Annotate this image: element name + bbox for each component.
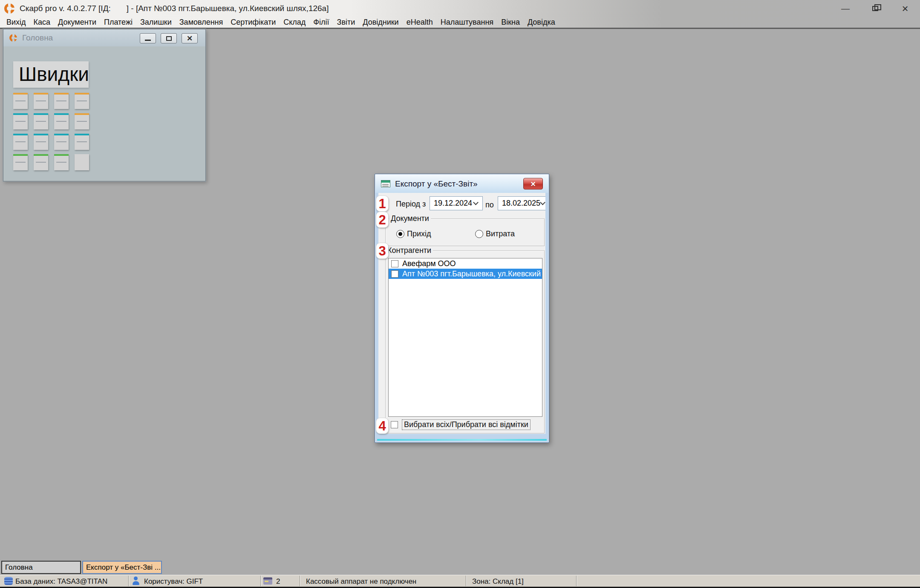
- menu-platezhi[interactable]: Платежі: [100, 18, 136, 27]
- taskbar-tab-holovna[interactable]: Головна: [1, 561, 81, 574]
- menu-zvity[interactable]: Звіти: [333, 18, 359, 27]
- menu-zamovlennia[interactable]: Замовлення: [176, 18, 227, 27]
- menu-vikna[interactable]: Вікна: [497, 18, 524, 27]
- radio-vytrata[interactable]: Витрата: [475, 229, 515, 238]
- quick-tile[interactable]: [75, 113, 89, 129]
- dialog-close-button[interactable]: ×: [523, 178, 543, 189]
- export-dialog: Експорт у «Бест-Звіт» × Період з 19.12.2…: [375, 174, 549, 443]
- status-database: База даних: TASA3@TITAN: [15, 577, 107, 586]
- status-cash-status: Кассовый аппарат не подключен: [306, 577, 416, 586]
- period-to-combobox[interactable]: 18.02.2025: [498, 196, 545, 210]
- radio-button-icon[interactable]: [396, 230, 404, 238]
- quick-tile[interactable]: [34, 93, 48, 109]
- chevron-down-icon: [540, 200, 545, 205]
- status-separator: [466, 576, 466, 586]
- annotation-number: 3: [378, 244, 386, 258]
- restore-icon: [872, 6, 878, 11]
- status-separator: [128, 576, 129, 586]
- quick-tile[interactable]: [13, 134, 28, 150]
- quick-tile[interactable]: [34, 134, 48, 150]
- quick-tile[interactable]: [34, 154, 48, 170]
- minimize-icon: [145, 40, 151, 41]
- dialog-title: Експорт у «Бест-Звіт»: [395, 179, 478, 189]
- menu-filii[interactable]: Філії: [309, 18, 333, 27]
- taskbar-tab-export[interactable]: Експорт у «Бест-Зві ...: [82, 561, 162, 574]
- restore-button[interactable]: [860, 0, 890, 17]
- period-from-combobox[interactable]: 19.12.2024: [430, 196, 483, 210]
- list-item[interactable]: Авефарм ООО: [389, 258, 542, 269]
- tab-label: Головна: [5, 563, 33, 572]
- window-controls: — ×: [831, 0, 920, 17]
- radio-vytrata-label: Витрата: [486, 229, 515, 238]
- select-all-checkbox-row[interactable]: Вибрати всіх/Прибрати всі відмітки: [391, 419, 531, 430]
- checkbox-icon[interactable]: [391, 260, 398, 267]
- minimize-button[interactable]: —: [831, 0, 860, 17]
- quick-tile[interactable]: [13, 154, 28, 170]
- quick-tile[interactable]: [75, 93, 89, 109]
- radio-button-icon[interactable]: [475, 230, 483, 238]
- chevron-down-icon: [473, 200, 479, 205]
- annotation-2: 2: [376, 212, 389, 228]
- period-between-label: по: [485, 201, 494, 209]
- documents-group: Документи Прихід Витрата: [385, 218, 545, 246]
- radio-prykhid[interactable]: Прихід: [396, 229, 431, 238]
- annotation-number: 4: [378, 419, 386, 433]
- menu-dokumenty[interactable]: Документи: [54, 18, 100, 27]
- status-zone: Зона: Склад [1]: [472, 577, 524, 586]
- screen: Скарб pro v. 4.0.2.77 [ІД: ] - [Апт №003…: [0, 0, 920, 588]
- list-item[interactable]: Апт №003 пгт.Барышевка, ул.Киевский ш: [389, 269, 542, 279]
- quick-tile[interactable]: [34, 113, 48, 129]
- annotation-number: 2: [378, 213, 386, 227]
- close-button[interactable]: ×: [890, 0, 920, 17]
- maximize-icon: [166, 36, 172, 41]
- mdi-titlebar: Головна ✕: [3, 29, 205, 46]
- main-mdi-window: Головна ✕ Швидки: [3, 29, 206, 181]
- status-separator: [576, 576, 577, 586]
- select-all-label: Вибрати всіх/Прибрати всі відмітки: [402, 419, 531, 430]
- dialog-icon: [381, 180, 390, 187]
- close-icon: ×: [902, 3, 908, 14]
- period-label: Період з: [396, 200, 426, 209]
- documents-group-label: Документи: [389, 214, 431, 223]
- quick-tile[interactable]: [13, 93, 28, 109]
- dialog-body: Період з 19.12.2024 по 18.02.2025 Докуме…: [378, 193, 545, 434]
- period-to-value: 18.02.2025: [498, 199, 541, 208]
- quick-tile[interactable]: [13, 113, 28, 129]
- menu-dovidka[interactable]: Довідка: [524, 18, 559, 27]
- mdi-title: Головна: [22, 33, 53, 43]
- menu-ehealth[interactable]: eHealth: [403, 18, 437, 27]
- quick-tile[interactable]: [75, 154, 89, 170]
- menu-kasa[interactable]: Каса: [30, 18, 55, 27]
- window-chrome: Скарб pro v. 4.0.2.77 [ІД: ] - [Апт №003…: [0, 0, 920, 29]
- quick-tile[interactable]: [75, 134, 89, 150]
- menu-nalashtuvannia[interactable]: Налаштування: [437, 18, 497, 27]
- quick-tile[interactable]: [54, 93, 69, 109]
- menu-sertyfikaty[interactable]: Сертифікати: [227, 18, 280, 27]
- minimize-icon: —: [841, 4, 850, 14]
- period-from-value: 19.12.2024: [430, 199, 474, 208]
- menu-bar: Вихід Каса Документи Платежі Залишки Зам…: [0, 17, 920, 28]
- annotation-4: 4: [376, 418, 389, 434]
- annotation-1: 1: [376, 195, 389, 212]
- menu-vykhid[interactable]: Вихід: [3, 18, 30, 27]
- mdi-close-button[interactable]: ✕: [182, 33, 198, 43]
- quick-tile[interactable]: [54, 134, 69, 150]
- mdi-app-icon: [9, 34, 17, 42]
- checkbox-icon[interactable]: [391, 270, 398, 278]
- quick-tile[interactable]: [54, 113, 69, 129]
- list-item-label: Апт №003 пгт.Барышевка, ул.Киевский ш: [402, 270, 542, 278]
- mdi-maximize-button[interactable]: [161, 33, 177, 43]
- quick-tile[interactable]: [54, 154, 69, 170]
- quick-access-heading: Швидки: [13, 61, 89, 88]
- main-titlebar: Скарб pro v. 4.0.2.77 [ІД: ] - [Апт №003…: [0, 0, 920, 17]
- list-item-label: Авефарм ООО: [402, 259, 456, 268]
- menu-sklad[interactable]: Склад: [280, 18, 309, 27]
- counterparties-listbox[interactable]: Авефарм ООО Апт №003 пгт.Барышевка, ул.К…: [388, 258, 542, 417]
- checkbox-icon[interactable]: [391, 421, 398, 428]
- user-icon: [132, 577, 140, 585]
- menu-dovidnyky[interactable]: Довідники: [359, 18, 402, 27]
- dialog-titlebar: Експорт у «Бест-Звіт» ×: [375, 175, 548, 193]
- mdi-minimize-button[interactable]: [140, 33, 156, 43]
- menu-zalyshky[interactable]: Залишки: [136, 18, 176, 27]
- window-title: Скарб pro v. 4.0.2.77 [ІД: ] - [Апт №003…: [20, 4, 329, 13]
